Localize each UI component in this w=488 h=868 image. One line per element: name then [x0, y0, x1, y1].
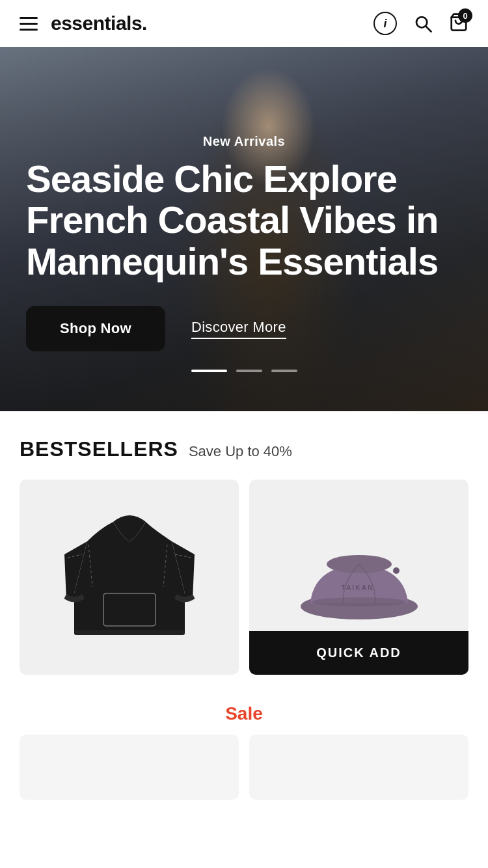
search-icon[interactable] [411, 12, 435, 35]
product-image-hoodie [20, 480, 239, 675]
sale-product-card-2[interactable] [249, 735, 468, 800]
svg-rect-5 [74, 630, 185, 635]
product-card-hat[interactable]: TAIKAN. QUICK ADD [249, 480, 468, 675]
bestsellers-subtitle: Save Up to 40% [189, 443, 292, 460]
brand-name: essentials. [51, 12, 147, 34]
bestsellers-title: BESTSELLERS [20, 437, 178, 461]
hero-dot-3[interactable] [271, 370, 297, 372]
header-left: essentials. [20, 12, 147, 34]
bestsellers-section: BESTSELLERS Save Up to 40% [0, 411, 488, 688]
cart-icon[interactable]: 0 [449, 12, 468, 34]
svg-point-15 [312, 597, 406, 606]
hero-carousel-dots [26, 370, 462, 372]
hero-buttons: Shop Now Discover More [26, 306, 462, 351]
product-grid: TAIKAN. QUICK ADD [20, 480, 468, 675]
hat-svg: TAIKAN. [291, 532, 427, 623]
hero-dot-2[interactable] [236, 370, 262, 372]
header: essentials. i 0 [0, 0, 488, 47]
hero-banner: New Arrivals Seaside Chic Explore French… [0, 47, 488, 411]
sale-products-row [20, 735, 468, 800]
hero-content: New Arrivals Seaside Chic Explore French… [0, 134, 488, 411]
info-icon[interactable]: i [373, 12, 397, 35]
product-card-hoodie[interactable] [20, 480, 239, 675]
sale-section: Sale [0, 688, 488, 806]
header-right: i 0 [373, 12, 468, 35]
svg-line-1 [426, 26, 431, 31]
hero-subtitle: New Arrivals [26, 134, 462, 149]
sale-label: Sale [20, 703, 468, 724]
quick-add-button[interactable]: QUICK ADD [249, 631, 468, 675]
svg-point-14 [393, 567, 400, 574]
cart-badge: 0 [458, 8, 472, 23]
svg-text:TAIKAN.: TAIKAN. [341, 584, 377, 591]
hoodie-svg [61, 502, 198, 652]
bestsellers-header: BESTSELLERS Save Up to 40% [20, 437, 468, 461]
hero-title: Seaside Chic Explore French Coastal Vibe… [26, 158, 462, 282]
hamburger-menu-icon[interactable] [20, 17, 38, 31]
shop-now-button[interactable]: Shop Now [26, 306, 165, 351]
discover-more-button[interactable]: Discover More [191, 319, 286, 339]
sale-product-card-1[interactable] [20, 735, 239, 800]
hero-dot-1[interactable] [191, 370, 227, 372]
